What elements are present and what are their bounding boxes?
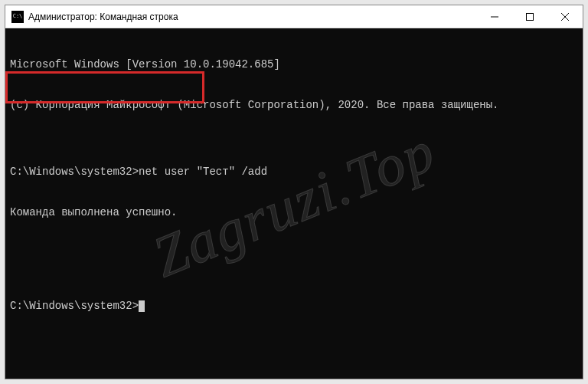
cursor bbox=[139, 300, 145, 312]
minimize-icon bbox=[491, 13, 498, 21]
close-button[interactable] bbox=[547, 5, 583, 28]
minimize-button[interactable] bbox=[477, 5, 512, 28]
terminal-line: C:\Windows\system32>net user "Тест" /add bbox=[10, 166, 578, 179]
terminal-line: Microsoft Windows [Version 10.0.19042.68… bbox=[10, 58, 578, 72]
terminal-line: (c) Корпорация Майкрософт (Microsoft Cor… bbox=[10, 99, 578, 113]
cmd-icon bbox=[11, 11, 24, 23]
cmd-window: Администратор: Командная строка Microsof… bbox=[5, 5, 583, 379]
svg-rect-1 bbox=[527, 13, 534, 20]
terminal-prompt-line: C:\Windows\system32> bbox=[10, 300, 578, 313]
titlebar[interactable]: Администратор: Командная строка bbox=[5, 5, 583, 28]
window-title: Администратор: Командная строка bbox=[28, 11, 477, 22]
maximize-button[interactable] bbox=[512, 5, 547, 28]
close-icon bbox=[561, 13, 569, 21]
watermark-text: Zagruzi.Top bbox=[142, 114, 446, 294]
terminal-area[interactable]: Microsoft Windows [Version 10.0.19042.68… bbox=[5, 28, 583, 379]
maximize-icon bbox=[526, 13, 534, 21]
prompt-text: C:\Windows\system32> bbox=[10, 300, 139, 312]
window-controls bbox=[477, 5, 583, 28]
terminal-line: Команда выполнена успешно. bbox=[10, 206, 578, 220]
